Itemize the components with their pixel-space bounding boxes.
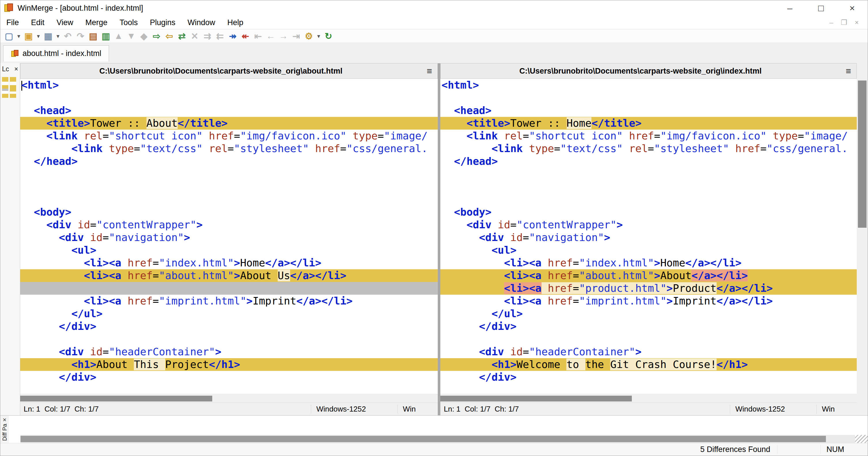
- left-horizontal-scrollbar[interactable]: [20, 394, 438, 403]
- copy-left-and-advance-button[interactable]: ⇇: [214, 30, 226, 42]
- vscroll-thumb[interactable]: [858, 81, 867, 228]
- code-line-12[interactable]: <div id="contentWrapper">: [440, 219, 857, 231]
- undo-button[interactable]: ↶: [61, 30, 74, 42]
- plugins-button[interactable]: ⚙: [303, 30, 315, 42]
- code-line-6[interactable]: <link type="text/css" rel="stylesheet" h…: [440, 142, 857, 155]
- code-line-14[interactable]: <ul>: [440, 244, 857, 257]
- select-line-difference-button[interactable]: ▥: [99, 30, 112, 42]
- code-line-10[interactable]: [440, 193, 857, 206]
- code-line-24[interactable]: </div>: [20, 371, 438, 383]
- minimize-button[interactable]: –: [774, 0, 805, 16]
- auto-merge-button[interactable]: ⇄: [176, 30, 188, 42]
- code-line-12[interactable]: <div id="contentWrapper">: [20, 219, 438, 231]
- code-line-23[interactable]: <h1>About This Project</h1>: [20, 358, 438, 371]
- open-dropdown-button[interactable]: ▾: [35, 30, 42, 42]
- mdi-close-button[interactable]: ×: [850, 17, 863, 28]
- menu-merge[interactable]: Merge: [79, 16, 114, 29]
- undo-difference-button[interactable]: ✕: [188, 30, 201, 42]
- code-line-1[interactable]: <html>: [20, 79, 438, 91]
- code-line-21[interactable]: [440, 333, 857, 345]
- code-line-10[interactable]: [20, 193, 438, 206]
- save-button[interactable]: ▦: [42, 30, 55, 42]
- first-difference-button[interactable]: ⇤: [252, 30, 265, 42]
- location-pane-close-icon[interactable]: ×: [14, 65, 18, 73]
- open-button[interactable]: ▣: [22, 30, 35, 42]
- new-file-dropdown-button[interactable]: ▾: [15, 30, 22, 42]
- close-button[interactable]: ×: [837, 0, 868, 16]
- previous-difference-button[interactable]: ▲: [112, 30, 125, 42]
- diff-pane-scroll-thumb[interactable]: [21, 436, 826, 442]
- code-line-21[interactable]: [20, 333, 438, 345]
- code-line-18[interactable]: <li><a href="imprint.html">Imprint</a></…: [20, 295, 438, 307]
- menu-tools[interactable]: Tools: [114, 16, 144, 29]
- code-line-8[interactable]: [440, 168, 857, 180]
- location-map[interactable]: [0, 75, 20, 100]
- menu-view[interactable]: View: [51, 16, 79, 29]
- code-line-7[interactable]: </head>: [440, 155, 857, 168]
- code-line-13[interactable]: <div id="navigation">: [440, 231, 857, 244]
- code-line-2[interactable]: [440, 91, 857, 104]
- previous-difference-alt-button[interactable]: ←: [265, 30, 277, 42]
- code-line-24[interactable]: </div>: [440, 371, 857, 383]
- right-horizontal-scrollbar[interactable]: [440, 394, 857, 403]
- code-line-23[interactable]: <h1>Welcome to the Git Crash Course!</h1…: [440, 358, 857, 371]
- code-line-19[interactable]: </ul>: [20, 307, 438, 320]
- copy-right-button[interactable]: ⇨: [150, 30, 163, 42]
- plugins-dropdown-button[interactable]: ▾: [315, 30, 322, 42]
- code-line-3[interactable]: <head>: [440, 104, 857, 117]
- code-line-20[interactable]: </div>: [440, 320, 857, 333]
- code-line-2[interactable]: [20, 91, 438, 104]
- pane-splitter[interactable]: [438, 63, 440, 415]
- code-line-5[interactable]: <link rel="shortcut icon" href="img/favi…: [440, 130, 857, 142]
- code-line-20[interactable]: </div>: [20, 320, 438, 333]
- current-difference-button[interactable]: ◆: [137, 30, 150, 42]
- code-line-7[interactable]: </head>: [20, 155, 438, 168]
- left-pane-menu-icon[interactable]: ≡: [421, 66, 437, 77]
- code-line-11[interactable]: <body>: [20, 206, 438, 219]
- code-line-15[interactable]: <li><a href="index.html">Home</a></li>: [20, 257, 438, 269]
- code-line-22[interactable]: <div id="headerContainer">: [440, 345, 857, 358]
- copy-all-left-button[interactable]: ↞: [239, 30, 252, 42]
- code-line-16[interactable]: <li><a href="about.html">About</a></li>: [440, 269, 857, 282]
- code-line-5[interactable]: <link rel="shortcut icon" href="img/favi…: [20, 130, 438, 142]
- menu-file[interactable]: File: [0, 16, 25, 29]
- new-file-button[interactable]: ▢: [3, 30, 15, 42]
- vertical-scrollbar[interactable]: [857, 63, 868, 415]
- code-line-14[interactable]: <ul>: [20, 244, 438, 257]
- tab-about-index[interactable]: about.html - index.html: [3, 45, 109, 61]
- next-difference-alt-button[interactable]: →: [277, 30, 290, 42]
- menu-help[interactable]: Help: [221, 16, 249, 29]
- maximize-button[interactable]: □: [805, 0, 837, 16]
- copy-all-right-button[interactable]: ↠: [226, 30, 239, 42]
- menu-window[interactable]: Window: [181, 16, 221, 29]
- menu-plugins[interactable]: Plugins: [144, 16, 182, 29]
- redo-button[interactable]: ↷: [74, 30, 87, 42]
- code-line-3[interactable]: <head>: [20, 104, 438, 117]
- right-code[interactable]: <html> <head> <title>Tower :: Home</titl…: [440, 79, 857, 394]
- right-hscroll-thumb[interactable]: [440, 396, 632, 401]
- code-line-6[interactable]: <link type="text/css" rel="stylesheet" h…: [20, 142, 438, 155]
- copy-right-and-advance-button[interactable]: ⇉: [201, 30, 214, 42]
- code-line-8[interactable]: [20, 168, 438, 180]
- code-line-19[interactable]: </ul>: [440, 307, 857, 320]
- file-encoding-button[interactable]: ▤: [87, 30, 99, 42]
- left-code[interactable]: <html> <head> <title>Tower :: About</tit…: [20, 79, 438, 394]
- refresh-button[interactable]: ↻: [322, 30, 335, 42]
- code-line-15[interactable]: <li><a href="index.html">Home</a></li>: [440, 257, 857, 269]
- diff-pane-close-icon[interactable]: ×: [3, 416, 7, 424]
- code-line-17[interactable]: <li><a href="product.html">Product</a></…: [440, 282, 857, 295]
- code-line-18[interactable]: <li><a href="imprint.html">Imprint</a></…: [440, 295, 857, 307]
- save-dropdown-button[interactable]: ▾: [55, 30, 61, 42]
- copy-left-button[interactable]: ⇦: [163, 30, 176, 42]
- code-line-9[interactable]: [20, 180, 438, 193]
- right-pane-menu-icon[interactable]: ≡: [840, 66, 857, 77]
- code-line-4[interactable]: <title>Tower :: Home</title>: [440, 117, 857, 130]
- next-difference-button[interactable]: ▼: [125, 30, 137, 42]
- diff-pane-scrollbar[interactable]: [21, 435, 855, 443]
- code-line-13[interactable]: <div id="navigation">: [20, 231, 438, 244]
- code-line-17[interactable]: [20, 282, 438, 295]
- mdi-restore-button[interactable]: ❐: [838, 17, 850, 28]
- code-line-11[interactable]: <body>: [440, 206, 857, 219]
- left-hscroll-thumb[interactable]: [20, 396, 212, 401]
- code-line-9[interactable]: [440, 180, 857, 193]
